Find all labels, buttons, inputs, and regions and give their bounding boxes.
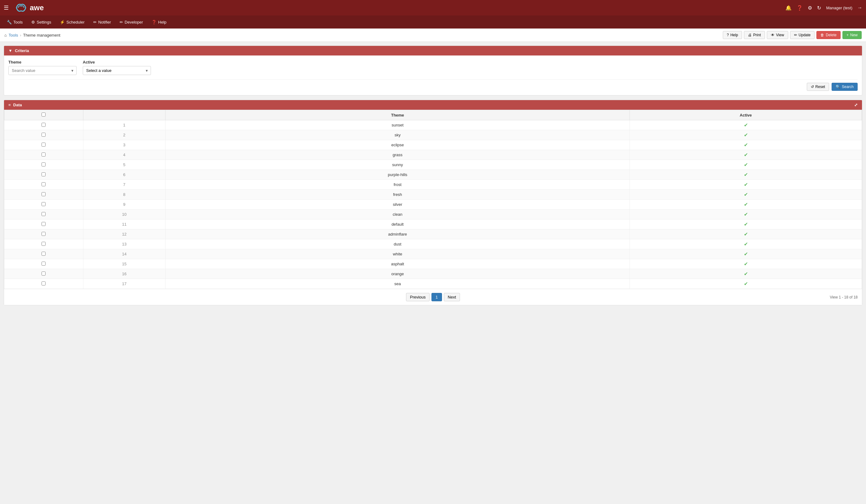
help-button[interactable]: ? Help — [723, 31, 742, 39]
data-panel: ≡ Data ⤢ Theme Active 1 sunset — [4, 100, 862, 305]
theme-form-group: Theme ▼ — [8, 60, 77, 75]
breadcrumb-current: Theme management — [23, 33, 60, 37]
row-checkbox[interactable] — [42, 163, 46, 166]
next-button[interactable]: Next — [444, 293, 460, 301]
new-button[interactable]: + New — [842, 31, 862, 39]
home-icon[interactable]: ⌂ — [4, 33, 7, 37]
theme-search-input[interactable] — [8, 66, 77, 75]
delete-button[interactable]: 🗑 Delete — [817, 31, 841, 39]
nav-item-settings[interactable]: ⚙ Settings — [27, 15, 55, 29]
row-number: 12 — [83, 229, 166, 239]
row-active: ✔ — [630, 190, 862, 200]
gear-icon[interactable]: ⚙ — [808, 5, 812, 11]
header-select-all-col — [4, 110, 84, 120]
nav-item-notifier[interactable]: ✏ Notifier — [89, 15, 115, 29]
active-check-icon: ✔ — [744, 232, 748, 237]
row-number: 6 — [83, 170, 166, 180]
active-label: Active — [83, 60, 151, 65]
row-checkbox[interactable] — [42, 133, 46, 137]
expand-icon[interactable]: ⤢ — [854, 103, 858, 107]
row-active: ✔ — [630, 120, 862, 130]
print-button-label: Print — [753, 33, 761, 37]
row-checkbox-cell — [4, 190, 84, 200]
row-theme: silver — [166, 200, 630, 210]
developer-icon: ✏ — [120, 20, 123, 24]
header-theme-col: Theme — [166, 110, 630, 120]
row-number: 15 — [83, 259, 166, 269]
active-select[interactable]: Select a value Yes No — [83, 66, 151, 75]
row-checkbox[interactable] — [42, 242, 46, 246]
row-checkbox[interactable] — [42, 192, 46, 196]
row-active: ✔ — [630, 210, 862, 220]
print-icon: 🖨 — [748, 33, 752, 37]
top-navigation: ☰ awe 🔔 ❓ ⚙ ↻ Manager (test) → — [0, 0, 866, 15]
breadcrumb-tools-link[interactable]: Tools — [9, 33, 18, 37]
row-checkbox[interactable] — [42, 182, 46, 186]
select-all-checkbox[interactable] — [42, 113, 46, 116]
row-checkbox[interactable] — [42, 232, 46, 236]
print-button[interactable]: 🖨 Print — [744, 31, 765, 39]
row-checkbox-cell — [4, 140, 84, 150]
row-checkbox[interactable] — [42, 202, 46, 206]
row-checkbox[interactable] — [42, 252, 46, 256]
nav-item-developer[interactable]: ✏ Developer — [115, 15, 147, 29]
table-row: 7 frost ✔ — [4, 180, 862, 190]
row-number: 11 — [83, 220, 166, 229]
view-button[interactable]: 👁 View — [767, 31, 788, 39]
row-number: 17 — [83, 279, 166, 289]
page-1-button[interactable]: 1 — [431, 293, 442, 301]
row-number: 1 — [83, 120, 166, 130]
row-checkbox[interactable] — [42, 261, 46, 266]
row-checkbox[interactable] — [42, 123, 46, 127]
row-theme: fresh — [166, 190, 630, 200]
search-button-label: Search — [842, 85, 854, 89]
row-checkbox-cell — [4, 170, 84, 180]
row-checkbox[interactable] — [42, 212, 46, 216]
data-panel-title-area: ≡ Data — [8, 103, 22, 107]
theme-select-wrapper: ▼ — [8, 66, 77, 75]
row-active: ✔ — [630, 160, 862, 170]
row-active: ✔ — [630, 259, 862, 269]
row-checkbox-cell — [4, 239, 84, 249]
search-button[interactable]: 🔍 Search — [832, 83, 858, 91]
row-checkbox[interactable] — [42, 153, 46, 157]
nav-label-settings: Settings — [36, 20, 51, 24]
help-nav-icon: ❓ — [152, 20, 156, 24]
nav-item-scheduler[interactable]: ⚡ Scheduler — [55, 15, 89, 29]
question-icon[interactable]: ❓ — [797, 5, 803, 11]
table-row: 16 orange ✔ — [4, 269, 862, 279]
active-check-icon: ✔ — [744, 142, 748, 147]
row-checkbox[interactable] — [42, 143, 46, 147]
nav-label-developer: Developer — [125, 20, 143, 24]
row-theme: eclipse — [166, 140, 630, 150]
reset-button[interactable]: ↺ Reset — [807, 83, 829, 91]
active-check-icon: ✔ — [744, 172, 748, 177]
update-button[interactable]: ✏ Update — [790, 31, 815, 39]
row-checkbox[interactable] — [42, 172, 46, 176]
active-select-wrapper: Select a value Yes No ▼ — [83, 66, 151, 75]
user-label[interactable]: Manager (test) — [826, 5, 852, 10]
nav-label-notifier: Notifier — [98, 20, 111, 24]
row-checkbox[interactable] — [42, 222, 46, 226]
help-button-icon: ? — [727, 33, 729, 37]
row-checkbox-cell — [4, 130, 84, 140]
active-check-icon: ✔ — [744, 261, 748, 267]
refresh-icon[interactable]: ↻ — [817, 5, 821, 11]
nav-item-tools[interactable]: 🔧 Tools — [2, 15, 27, 29]
active-check-icon: ✔ — [744, 271, 748, 277]
row-theme: sunset — [166, 120, 630, 130]
row-number: 5 — [83, 160, 166, 170]
hamburger-menu[interactable]: ☰ — [4, 4, 9, 11]
table-row: 15 asphalt ✔ — [4, 259, 862, 269]
row-active: ✔ — [630, 239, 862, 249]
previous-button[interactable]: Previous — [406, 293, 430, 301]
signout-icon[interactable]: → — [857, 5, 862, 11]
row-theme: sea — [166, 279, 630, 289]
bell-icon[interactable]: 🔔 — [785, 5, 792, 11]
delete-button-label: Delete — [826, 33, 836, 37]
row-checkbox[interactable] — [42, 271, 46, 276]
nav-item-help[interactable]: ❓ Help — [147, 15, 171, 29]
row-checkbox[interactable] — [42, 281, 46, 285]
row-active: ✔ — [630, 279, 862, 289]
breadcrumb-bar: ⌂ Tools › Theme management ? Help 🖨 Prin… — [0, 29, 866, 42]
